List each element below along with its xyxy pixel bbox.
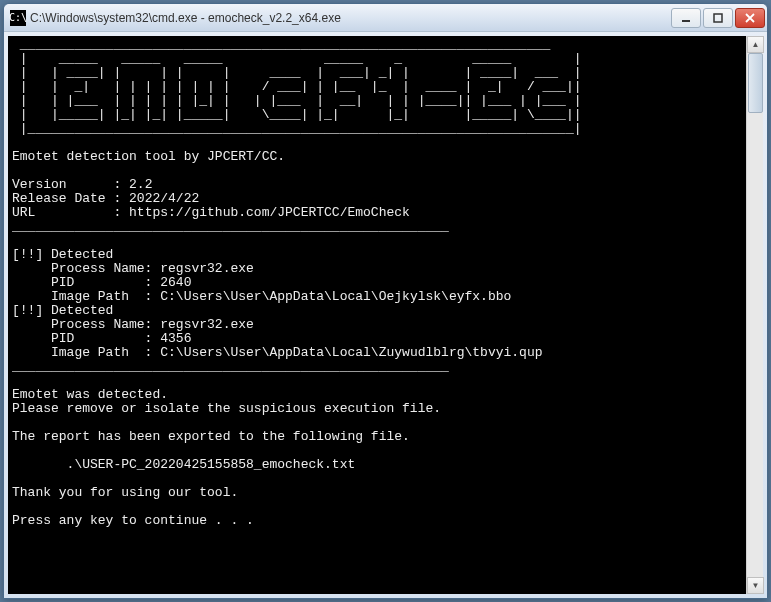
maximize-button[interactable]: [703, 8, 733, 28]
process-label: Process Name:: [12, 317, 160, 332]
svg-rect-0: [682, 20, 690, 22]
pid-value: 2640: [160, 275, 191, 290]
close-icon: [745, 13, 755, 23]
release-label: Release Date :: [12, 191, 129, 206]
titlebar[interactable]: C:\ C:\Windows\system32\cmd.exe - emoche…: [4, 4, 767, 32]
window-title: C:\Windows\system32\cmd.exe - emocheck_v…: [30, 11, 669, 25]
detected-header: [!!] Detected: [12, 247, 113, 262]
close-button[interactable]: [735, 8, 765, 28]
thank-you: Thank you for using our tool.: [12, 485, 238, 500]
process-value: regsvr32.exe: [160, 261, 254, 276]
minimize-icon: [681, 13, 691, 23]
terminal-output[interactable]: ________________________________________…: [8, 36, 746, 594]
image-path-value: C:\Users\User\AppData\Local\Oejkylsk\eyf…: [160, 289, 511, 304]
svg-rect-1: [714, 14, 722, 22]
scroll-thumb[interactable]: [748, 53, 763, 113]
minimize-button[interactable]: [671, 8, 701, 28]
result-line-2: Please remove or isolate the suspicious …: [12, 401, 441, 416]
image-path-value: C:\Users\User\AppData\Local\Zuywudlblrg\…: [160, 345, 542, 360]
divider: ________________________________________…: [12, 219, 449, 234]
version-label: Version :: [12, 177, 129, 192]
maximize-icon: [713, 13, 723, 23]
ascii-logo: ________________________________________…: [12, 37, 582, 136]
pid-label: PID :: [12, 331, 160, 346]
cmd-icon: C:\: [10, 10, 26, 26]
divider: ________________________________________…: [12, 359, 449, 374]
tool-description: Emotet detection tool by JPCERT/CC.: [12, 149, 285, 164]
terminal-area: ________________________________________…: [8, 36, 763, 594]
image-path-label: Image Path :: [12, 289, 160, 304]
export-message: The report has been exported to the foll…: [12, 429, 410, 444]
pid-value: 4356: [160, 331, 191, 346]
window-controls: [669, 8, 765, 28]
cmd-window: C:\ C:\Windows\system32\cmd.exe - emoche…: [3, 3, 768, 599]
pid-label: PID :: [12, 275, 160, 290]
continue-prompt: Press any key to continue . . .: [12, 513, 254, 528]
image-path-label: Image Path :: [12, 345, 160, 360]
process-value: regsvr32.exe: [160, 317, 254, 332]
process-label: Process Name:: [12, 261, 160, 276]
scroll-up-button[interactable]: ▲: [747, 36, 764, 53]
url-value: https://github.com/JPCERTCC/EmoCheck: [129, 205, 410, 220]
detected-header: [!!] Detected: [12, 303, 113, 318]
result-line-1: Emotet was detected.: [12, 387, 168, 402]
export-file: .\USER-PC_20220425155858_emocheck.txt: [12, 457, 355, 472]
scroll-down-button[interactable]: ▼: [747, 577, 764, 594]
scroll-track[interactable]: [747, 53, 763, 577]
version-value: 2.2: [129, 177, 152, 192]
vertical-scrollbar[interactable]: ▲ ▼: [746, 36, 763, 594]
release-value: 2022/4/22: [129, 191, 199, 206]
url-label: URL :: [12, 205, 129, 220]
